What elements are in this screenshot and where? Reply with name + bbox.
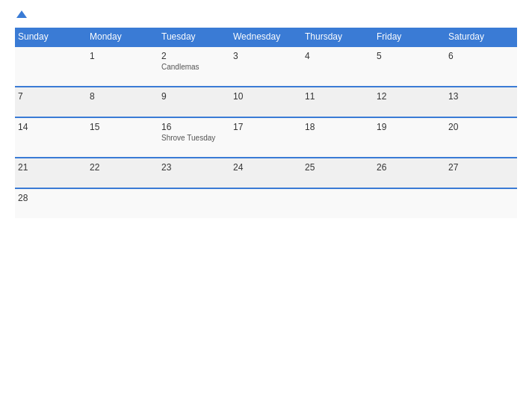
- week-row-3: 141516Shrove Tuesday17181920: [15, 117, 517, 158]
- logo-triangle-icon: [16, 10, 27, 18]
- day-cell: 17: [230, 117, 302, 158]
- day-number: 10: [233, 91, 299, 102]
- logo: [15, 11, 27, 19]
- week-row-2: 78910111213: [15, 87, 517, 117]
- day-cell: 12: [374, 87, 445, 117]
- day-cell: [374, 188, 445, 218]
- day-cell: 5: [374, 46, 445, 87]
- week-row-1: 12Candlemas3456: [15, 46, 517, 87]
- day-cell: 20: [445, 117, 517, 158]
- weekday-header-thursday: Thursday: [302, 28, 374, 46]
- day-number: 15: [90, 122, 155, 132]
- day-cell: [230, 188, 302, 218]
- day-cell: 23: [158, 158, 230, 188]
- day-cell: [302, 188, 374, 218]
- day-number: 12: [377, 91, 442, 102]
- day-cell: [445, 188, 517, 218]
- day-cell: 4: [302, 46, 374, 87]
- day-number: 3: [233, 51, 299, 61]
- day-cell: 15: [87, 117, 158, 158]
- weekday-header-monday: Monday: [87, 28, 158, 46]
- day-number: 4: [305, 51, 371, 61]
- day-cell: 7: [15, 87, 87, 117]
- day-cell: 13: [445, 87, 517, 117]
- day-cell: 21: [15, 158, 87, 188]
- day-cell: 16Shrove Tuesday: [158, 117, 230, 158]
- day-number: 17: [233, 122, 299, 132]
- day-number: 20: [448, 122, 514, 132]
- day-cell: 25: [302, 158, 374, 188]
- day-cell: 3: [230, 46, 302, 87]
- day-cell: 1: [87, 46, 158, 87]
- weekday-header-row: SundayMondayTuesdayWednesdayThursdayFrid…: [15, 28, 517, 46]
- day-number: 13: [448, 91, 514, 102]
- day-cell: 19: [374, 117, 445, 158]
- holiday-label: Candlemas: [161, 63, 227, 71]
- week-row-5: 28: [15, 188, 517, 218]
- day-number: 21: [18, 162, 84, 173]
- day-cell: 2Candlemas: [158, 46, 230, 87]
- day-cell: 24: [230, 158, 302, 188]
- day-number: 9: [161, 91, 227, 102]
- weekday-header-wednesday: Wednesday: [230, 28, 302, 46]
- day-cell: 6: [445, 46, 517, 87]
- day-number: 2: [161, 51, 227, 61]
- day-number: 18: [305, 122, 371, 132]
- day-cell: 18: [302, 117, 374, 158]
- day-cell: [15, 46, 87, 87]
- weekday-header-sunday: Sunday: [15, 28, 87, 46]
- weekday-header-saturday: Saturday: [445, 28, 517, 46]
- day-cell: [87, 188, 158, 218]
- day-number: 8: [90, 91, 155, 102]
- weekday-header-tuesday: Tuesday: [158, 28, 230, 46]
- week-row-4: 21222324252627: [15, 158, 517, 188]
- day-cell: 26: [374, 158, 445, 188]
- day-number: 16: [161, 122, 227, 132]
- weekday-header-friday: Friday: [374, 28, 445, 46]
- day-number: 11: [305, 91, 371, 102]
- day-number: 22: [90, 162, 155, 173]
- day-number: 28: [18, 193, 84, 203]
- day-cell: 10: [230, 87, 302, 117]
- day-cell: 28: [15, 188, 87, 218]
- day-number: 25: [305, 162, 371, 173]
- day-cell: [158, 188, 230, 218]
- calendar-container: SundayMondayTuesdayWednesdayThursdayFrid…: [0, 0, 532, 411]
- day-number: 14: [18, 122, 84, 132]
- day-number: 23: [161, 162, 227, 173]
- day-cell: 8: [87, 87, 158, 117]
- day-cell: 9: [158, 87, 230, 117]
- day-number: 27: [448, 162, 514, 173]
- calendar-header: [15, 11, 517, 19]
- day-number: 5: [377, 51, 442, 61]
- day-cell: 27: [445, 158, 517, 188]
- day-number: 19: [377, 122, 442, 132]
- calendar-table: SundayMondayTuesdayWednesdayThursdayFrid…: [15, 28, 517, 218]
- day-number: 24: [233, 162, 299, 173]
- day-number: 1: [90, 51, 155, 61]
- day-cell: 11: [302, 87, 374, 117]
- holiday-label: Shrove Tuesday: [161, 134, 227, 142]
- day-cell: 22: [87, 158, 158, 188]
- day-cell: 14: [15, 117, 87, 158]
- day-number: 7: [18, 91, 84, 102]
- day-number: 6: [448, 51, 514, 61]
- day-number: 26: [377, 162, 442, 173]
